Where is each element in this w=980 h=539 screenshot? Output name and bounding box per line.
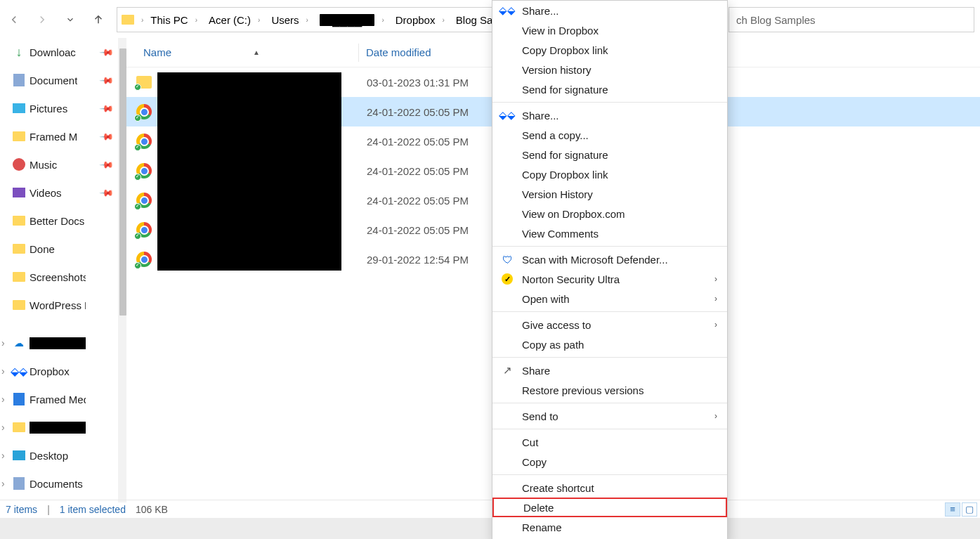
submenu-arrow-icon: › [714,320,717,330]
sync-badge-icon [134,174,141,181]
sidebar-item-label: Music [30,159,57,171]
file-date: 24-01-2022 05:05 PM [360,224,469,236]
ctx-share[interactable]: ↗Share [492,361,727,380]
sidebar-item-label: Document [30,74,77,86]
ctx-item-label: Version History [522,188,593,200]
folder-icon [13,242,25,255]
breadcrumb-dropbox[interactable]: Dropbox› [391,8,452,32]
ctx-delete[interactable]: Delete [492,498,727,517]
ctx-view-in-dropbox[interactable]: View in Dropbox [492,20,727,40]
ctx-item-label: View in Dropbox [522,25,599,37]
sidebar-tree-redacted[interactable]: ████ [0,413,126,441]
ctx-copy-dropbox-link[interactable]: Copy Dropbox link [492,164,727,184]
ctx-send-a-copy[interactable]: Send a copy... [492,125,727,145]
status-bar: 7 items | 1 item selected 106 KB ≡ ▢ [0,500,980,518]
breadcrumb-this-pc[interactable]: ›This PC› [117,8,204,32]
ctx-item-label: Send for signature [522,149,608,161]
ctx-copy-dropbox-link[interactable]: Copy Dropbox link [492,40,727,60]
dropbox-icon: ⬙⬙ [501,4,514,17]
sidebar-item-videos[interactable]: Videos📌 [0,178,126,207]
nav-recent-button[interactable] [56,6,84,34]
ctx-item-label: Copy Dropbox link [522,169,608,181]
sidebar-item-label: Framed Media [30,394,86,405]
status-size: 106 KB [136,504,168,515]
breadcrumb-user-redacted[interactable]: ████› [315,8,391,32]
ctx-scan-with-microsoft-defender[interactable]: 🛡Scan with Microsoft Defender... [492,249,727,269]
sidebar-tree-documents[interactable]: Documents [0,469,126,498]
ctx-item-label: Give access to [522,319,591,331]
ctx-copy-as-path[interactable]: Copy as path [492,335,727,354]
chrome-html-icon [136,104,152,119]
view-large-button[interactable]: ▢ [962,502,977,517]
ctx-give-access-to[interactable]: Give access to› [492,315,727,335]
music-icon [13,158,25,171]
sidebar-item-framed-media[interactable]: Framed M📌 [0,122,126,150]
chrome-html-icon [136,163,152,178]
view-details-button[interactable]: ≡ [945,502,960,517]
sidebar: ↓Downloac📌Document📌Pictures📌Framed M📌Mus… [0,38,126,502]
ctx-view-comments[interactable]: View Comments [492,223,727,243]
pic-icon [13,102,25,115]
ctx-view-on-dropbox-com[interactable]: View on Dropbox.com [492,204,727,223]
ctx-rename[interactable]: Rename [492,517,727,537]
ctx-version-history[interactable]: Version history [492,60,727,79]
sidebar-tree-desktop[interactable]: Desktop [0,441,126,469]
ctx-send-for-signature[interactable]: Send for signature [492,79,727,99]
ctx-cut[interactable]: Cut [492,432,727,452]
ctx-version-history[interactable]: Version History [492,184,727,204]
sort-asc-icon: ▲ [253,48,260,56]
sidebar-item-label: Dropbox [30,365,70,377]
ctx-item-label: Share [522,365,550,377]
ctx-item-label: View Comments [522,228,599,240]
sidebar-item-label: WordPress Pi [30,299,86,311]
sidebar-item-documents[interactable]: Document📌 [0,66,126,94]
sidebar-item-wordpress-pics[interactable]: WordPress Pi [0,291,126,319]
nav-back-button[interactable] [0,6,28,34]
dropbox-icon: ⬙⬙ [501,109,514,122]
sidebar-scrollbar[interactable] [118,38,126,502]
ctx-share[interactable]: ⬙⬙Share... [492,105,727,125]
sidebar-item-downloads[interactable]: ↓Downloac📌 [0,38,126,66]
pin-icon: 📌 [99,72,115,88]
sidebar-item-screenshots[interactable]: Screenshots [0,263,126,291]
ctx-share[interactable]: ⬙⬙Share... [492,1,727,20]
sidebar-scrollbar-thumb[interactable] [119,48,126,316]
chrome-html-icon [136,134,152,149]
submenu-arrow-icon: › [714,274,717,284]
ctx-send-for-signature[interactable]: Send for signature [492,145,727,164]
ctx-norton-security-ultra[interactable]: ✓Norton Security Ultra› [492,269,727,289]
ctx-copy[interactable]: Copy [492,452,727,472]
ctx-item-label: Send a copy... [522,129,589,141]
sidebar-item-label: Downloac [30,46,76,58]
doc-icon [13,477,25,490]
ctx-send-to[interactable]: Send to› [492,406,727,426]
nav-forward-button[interactable] [28,6,56,34]
sidebar-tree-redacted[interactable]: ☁████ [0,329,126,357]
sidebar-item-pictures[interactable]: Pictures📌 [0,94,126,122]
sidebar-item-label: Desktop [30,450,68,462]
pin-icon: 📌 [99,129,115,144]
ctx-item-label: Rename [522,521,562,533]
search-input[interactable]: ch Blog Samples [729,7,974,32]
sidebar-item-better-docs[interactable]: Better Docs [0,207,126,235]
ctx-create-shortcut[interactable]: Create shortcut [492,478,727,498]
sidebar-item-music[interactable]: Music📌 [0,150,126,178]
ctx-restore-previous-versions[interactable]: Restore previous versions [492,380,727,400]
breadcrumb-drive[interactable]: Acer (C:)› [204,8,267,32]
file-date: 03-01-2023 01:31 PM [360,77,469,89]
sidebar-item-label: Videos [30,187,62,199]
column-name-header[interactable]: Name▲ [126,46,358,58]
status-selected: 1 item selected [60,504,126,515]
column-date-header[interactable]: Date modified [358,44,499,62]
ctx-item-label: Copy as path [522,339,584,351]
sidebar-tree-dropbox[interactable]: ⬙⬙Dropbox [0,357,126,385]
ctx-item-label: Cut [522,436,538,448]
breadcrumb-users[interactable]: Users› [267,8,315,32]
sidebar-tree-framed-media[interactable]: Framed Media [0,385,126,413]
ctx-open-with[interactable]: Open with› [492,289,727,309]
ctx-item-label: Share... [522,110,559,122]
sidebar-item-done[interactable]: Done [0,235,126,263]
sync-badge-icon [134,144,141,151]
sidebar-item-label: Documents [30,478,83,490]
nav-up-button[interactable] [84,6,112,34]
